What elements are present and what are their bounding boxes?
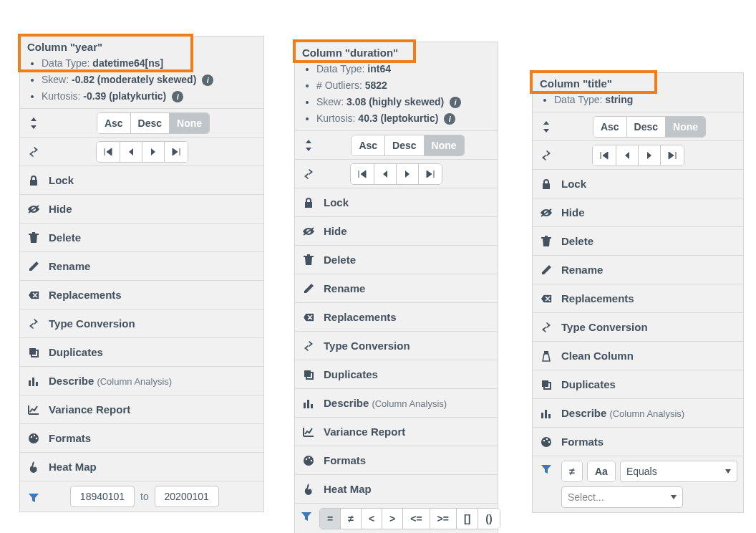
bars-icon [26,376,42,386]
swap-icon [538,322,554,332]
move-prev-button[interactable] [120,142,142,162]
stat-list: Data Type: string [533,92,743,107]
lock-icon [26,175,42,186]
move-last-button[interactable] [661,145,684,165]
copy-icon [301,369,316,380]
svg-rect-3 [29,380,31,386]
move-prev-button[interactable] [374,164,397,184]
describe-row[interactable]: Describe(Column Analysis) [533,398,743,427]
variance-row[interactable]: Variance Report [295,417,498,446]
delete-row[interactable]: Delete [533,226,743,255]
svg-rect-26 [548,414,551,418]
sort-icon[interactable] [26,117,42,129]
filter-icon[interactable] [301,511,312,522]
typeconv-row[interactable]: Type Conversion [295,331,498,360]
panel-title: Column "title" [533,73,743,90]
lock-icon [301,197,316,208]
variance-row[interactable]: Variance Report [20,395,263,423]
filter-mode-select[interactable]: Equals [620,461,737,482]
sort-none-button[interactable]: None [425,135,464,155]
sort-desc-button[interactable]: Desc [627,117,666,137]
op-lt-button[interactable]: < [362,509,382,529]
range-to-input[interactable] [155,486,219,507]
sort-none-button[interactable]: None [170,113,209,133]
duplicates-row[interactable]: Duplicates [533,370,743,398]
lock-row[interactable]: Lock [533,169,743,198]
describe-row[interactable]: Describe(Column Analysis) [20,366,263,395]
sort-icon[interactable] [301,140,316,151]
clean-row[interactable]: Clean Column [533,341,743,370]
replacements-row[interactable]: Replacements [20,280,263,309]
sort-desc-button[interactable]: Desc [385,135,424,155]
hide-row[interactable]: Hide [533,198,743,226]
move-prev-button[interactable] [616,145,639,165]
svg-rect-14 [307,400,309,408]
heatmap-row[interactable]: Heat Map [295,474,498,503]
sort-none-button[interactable]: None [666,117,705,137]
replacements-row[interactable]: Replacements [295,302,498,331]
move-first-button[interactable] [351,164,374,184]
op-eq-button[interactable]: = [320,509,341,529]
info-icon[interactable]: i [450,97,461,108]
range-from-input[interactable] [70,486,135,507]
swap-icon[interactable] [538,150,554,160]
op-ge-button[interactable]: >= [430,509,457,529]
column-panel-title: Column "title" Data Type: string Asc Des… [532,72,744,513]
lock-row[interactable]: Lock [295,188,498,216]
op-in-button[interactable]: [] [457,509,478,529]
formats-row[interactable]: Formats [295,446,498,474]
chevron-down-icon [671,495,677,499]
op-le-button[interactable]: <= [403,509,430,529]
filter-row: ≠ Aa Equals Select... [533,456,743,512]
svg-rect-11 [304,370,311,377]
info-icon[interactable]: i [172,91,183,102]
rename-row[interactable]: Rename [20,251,263,280]
move-first-button[interactable] [97,142,120,162]
formats-row[interactable]: Formats [533,427,743,456]
info-icon[interactable]: i [444,113,455,125]
rename-row[interactable]: Rename [295,274,498,302]
pencil-icon [538,264,554,276]
duplicates-row[interactable]: Duplicates [20,337,263,366]
typeconv-row[interactable]: Type Conversion [20,309,263,337]
formats-row[interactable]: Formats [20,423,263,452]
hide-row[interactable]: Hide [20,194,263,223]
sort-asc-button[interactable]: Asc [97,113,131,133]
delete-row[interactable]: Delete [295,245,498,274]
move-next-button[interactable] [639,145,661,165]
move-last-button[interactable] [419,164,442,184]
move-last-button[interactable] [165,142,188,162]
duplicates-row[interactable]: Duplicates [295,360,498,388]
op-gt-button[interactable]: > [382,509,403,529]
filter-icon[interactable] [538,464,554,475]
swap-icon [301,341,316,351]
info-icon[interactable]: i [202,75,213,86]
op-case-button[interactable]: Aa [588,461,615,481]
move-next-button[interactable] [142,142,165,162]
filter-icon[interactable] [26,492,42,504]
sort-asc-button[interactable]: Asc [352,135,385,155]
rename-row[interactable]: Rename [533,255,743,284]
op-ne-button[interactable]: ≠ [562,461,582,481]
swap-icon[interactable] [26,147,42,157]
flame-icon [26,461,42,473]
describe-row[interactable]: Describe(Column Analysis) [295,388,498,417]
op-ne-button[interactable]: ≠ [341,509,362,529]
trash-icon [301,254,316,266]
sort-desc-button[interactable]: Desc [131,113,170,133]
typeconv-row[interactable]: Type Conversion [533,312,743,341]
op-paren-button[interactable]: () [478,509,499,529]
sort-icon[interactable] [538,121,554,133]
svg-point-28 [543,439,545,441]
heatmap-row[interactable]: Heat Map [20,452,263,481]
svg-rect-24 [541,413,543,418]
sort-asc-button[interactable]: Asc [593,117,627,137]
filter-value-select[interactable]: Select... [561,486,683,508]
lock-row[interactable]: Lock [20,165,263,194]
move-first-button[interactable] [593,145,616,165]
delete-row[interactable]: Delete [20,223,263,251]
swap-icon[interactable] [301,169,316,179]
replacements-row[interactable]: Replacements [533,284,743,312]
move-next-button[interactable] [397,164,419,184]
hide-row[interactable]: Hide [295,216,498,245]
